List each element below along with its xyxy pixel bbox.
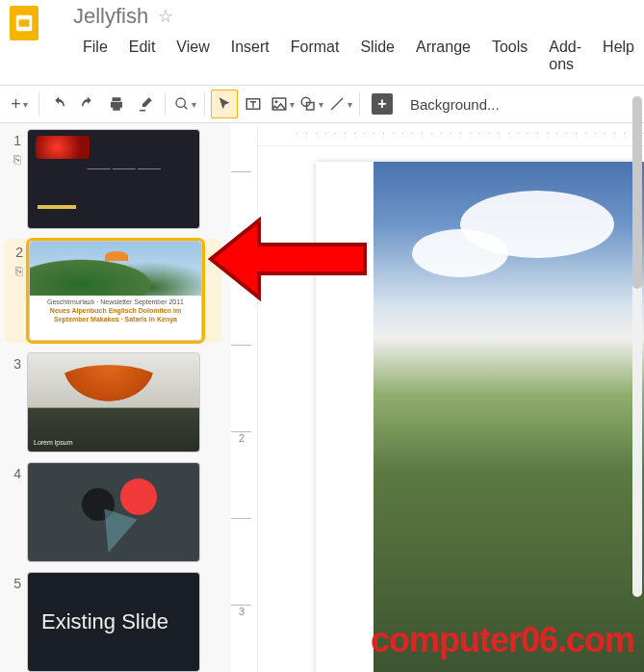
- menubar: File Edit View Insert Format Slide Arran…: [46, 29, 644, 85]
- thumbnail-graphic: [120, 478, 157, 515]
- separator: [359, 92, 360, 116]
- slide-number: 1: [4, 133, 21, 148]
- new-slide-button[interactable]: +▾: [6, 90, 33, 118]
- paint-format-button[interactable]: [132, 90, 159, 118]
- svg-point-5: [274, 100, 277, 103]
- slide-thumb-4[interactable]: [27, 462, 200, 562]
- separator: [39, 92, 39, 116]
- clip-icon: ⎘: [4, 152, 21, 167]
- menu-view[interactable]: View: [167, 35, 219, 77]
- thumbnail-title: Existing Slide: [41, 609, 168, 634]
- textbox-tool[interactable]: [240, 90, 267, 118]
- watermark-text: computer06.com: [371, 620, 634, 660]
- slide-number: 2: [6, 245, 23, 260]
- thumbnail-caption: Lorem ipsum: [34, 439, 72, 446]
- vertical-ruler: 1 2 3: [231, 123, 258, 672]
- ruler-tick: [231, 171, 251, 172]
- ruler-tick: 3: [231, 605, 251, 617]
- shape-tool[interactable]: ▾: [297, 90, 324, 118]
- menu-help[interactable]: Help: [593, 35, 644, 77]
- menu-format[interactable]: Format: [281, 35, 349, 77]
- thumbnail-graphic: [36, 136, 90, 159]
- slide-number: 4: [4, 466, 21, 481]
- thumbnail-caption: Geschirmurlaub · Newsletter September 20…: [30, 296, 201, 325]
- ruler-tick: [231, 518, 251, 519]
- undo-button[interactable]: [45, 90, 72, 118]
- slide-thumb-1[interactable]: ——— ——— ———: [27, 129, 200, 229]
- thumbnail-line: [38, 205, 76, 209]
- zoom-button[interactable]: ▾: [171, 90, 198, 118]
- horizontal-ruler: [258, 123, 644, 146]
- svg-rect-1: [19, 19, 30, 26]
- menu-slide[interactable]: Slide: [350, 35, 404, 77]
- print-button[interactable]: [103, 90, 130, 118]
- scrollbar-handle[interactable]: [632, 96, 642, 289]
- background-button[interactable]: Background...: [400, 90, 509, 118]
- select-tool[interactable]: [211, 90, 238, 118]
- toolbar: +▾ ▾ ▾ ▾ ▾ + Background...: [0, 85, 644, 123]
- thumbnail-graphic: [30, 242, 201, 296]
- menu-tools[interactable]: Tools: [482, 35, 537, 77]
- clip-icon: ⎘: [6, 264, 23, 278]
- slide-image: [374, 162, 644, 672]
- slide-thumb-5[interactable]: Existing Slide: [27, 572, 200, 672]
- slide-thumb-3[interactable]: Lorem ipsum: [27, 352, 200, 452]
- svg-point-2: [176, 98, 185, 107]
- menu-edit[interactable]: Edit: [119, 35, 166, 77]
- menu-arrange[interactable]: Arrange: [406, 35, 480, 77]
- star-icon[interactable]: ☆: [158, 6, 173, 27]
- slide-number: 3: [4, 356, 21, 372]
- vertical-scrollbar[interactable]: [632, 96, 642, 597]
- line-tool[interactable]: ▾: [326, 90, 353, 118]
- menu-insert[interactable]: Insert: [221, 35, 279, 77]
- ruler-tick: [231, 345, 251, 346]
- thumbnail-graphic: [51, 365, 167, 411]
- menu-addons[interactable]: Add-ons: [539, 35, 591, 77]
- slide-number: 5: [4, 576, 21, 591]
- cloud-graphic: [412, 229, 508, 277]
- separator: [165, 92, 166, 116]
- slides-logo: [10, 6, 39, 40]
- slide-thumb-2[interactable]: Geschirmurlaub · Newsletter September 20…: [29, 241, 202, 341]
- slide-panel: 1⎘ ——— ——— ——— 2⎘ Geschirmurlaub · Newsl…: [0, 123, 231, 672]
- menu-file[interactable]: File: [73, 35, 117, 77]
- thumbnail-text: ——— ——— ———: [88, 163, 161, 174]
- doc-title[interactable]: Jellyfish: [73, 4, 148, 29]
- image-tool[interactable]: ▾: [269, 90, 296, 118]
- ruler-tick: 2: [231, 431, 251, 444]
- add-comment-button[interactable]: +: [372, 93, 393, 115]
- separator: [204, 92, 205, 116]
- canvas-area: 1 2 3: [231, 123, 644, 672]
- annotation-arrow: [206, 216, 370, 306]
- redo-button[interactable]: [74, 90, 101, 118]
